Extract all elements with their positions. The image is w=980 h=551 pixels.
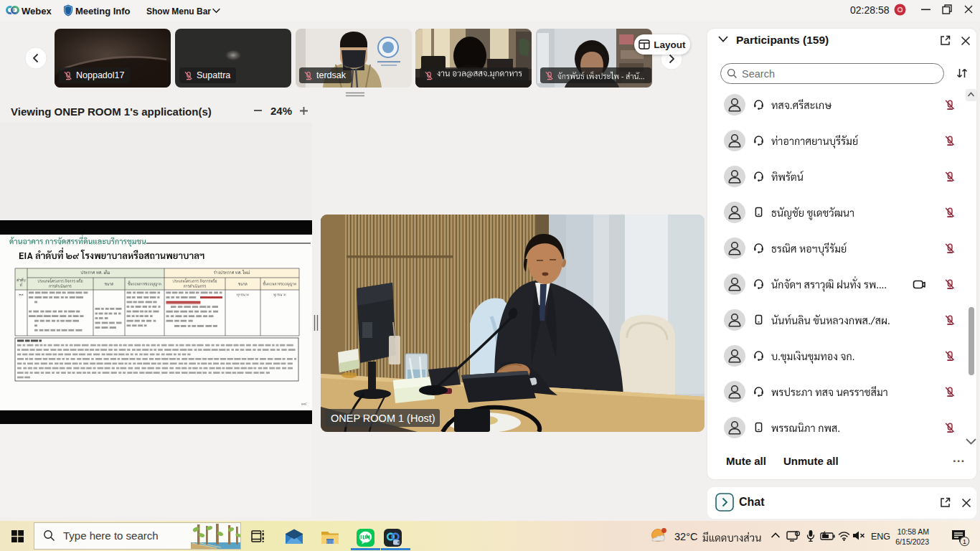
- svg-text:1: 1: [963, 537, 966, 545]
- svg-text:ONEP ROOM 1 (Host): ONEP ROOM 1 (Host): [331, 413, 435, 424]
